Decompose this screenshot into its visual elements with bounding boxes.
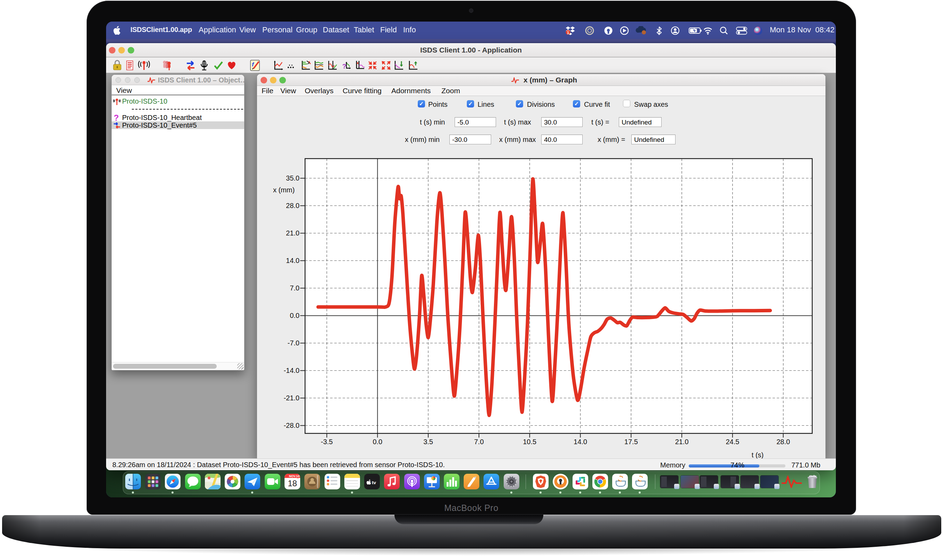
- svg-text:7.0: 7.0: [290, 284, 300, 292]
- svg-text:28.0: 28.0: [286, 202, 300, 209]
- svg-text:7.0: 7.0: [474, 438, 484, 446]
- svg-text:17.5: 17.5: [625, 438, 638, 446]
- svg-text:NOV: NOV: [289, 474, 296, 478]
- svg-text:-21.0: -21.0: [283, 394, 300, 402]
- svg-text:18: 18: [288, 478, 297, 488]
- svg-text:x (mm): x (mm): [273, 186, 295, 194]
- svg-text:28.0: 28.0: [776, 438, 790, 446]
- svg-text:t (s): t (s): [752, 451, 763, 459]
- svg-text:0.0: 0.0: [290, 312, 300, 319]
- svg-text:?: ?: [342, 63, 346, 70]
- svg-text:3.5: 3.5: [423, 438, 433, 446]
- svg-text:-3.5: -3.5: [321, 438, 332, 446]
- svg-text:14.0: 14.0: [286, 257, 300, 265]
- svg-text:21.0: 21.0: [286, 229, 300, 237]
- svg-text:21.0: 21.0: [675, 438, 689, 446]
- svg-text:10: 10: [296, 474, 300, 478]
- svg-text:14.0: 14.0: [574, 438, 587, 446]
- svg-text:-28.0: -28.0: [283, 422, 300, 429]
- svg-text:35.0: 35.0: [286, 174, 300, 182]
- svg-text:tv: tv: [372, 480, 376, 485]
- svg-text:1: 1: [567, 31, 569, 35]
- svg-text:-7.0: -7.0: [288, 339, 300, 347]
- svg-text:10.5: 10.5: [523, 438, 536, 446]
- svg-text:-14.0: -14.0: [283, 367, 300, 374]
- svg-text:24.5: 24.5: [726, 438, 739, 446]
- svg-text:0.0: 0.0: [372, 438, 382, 446]
